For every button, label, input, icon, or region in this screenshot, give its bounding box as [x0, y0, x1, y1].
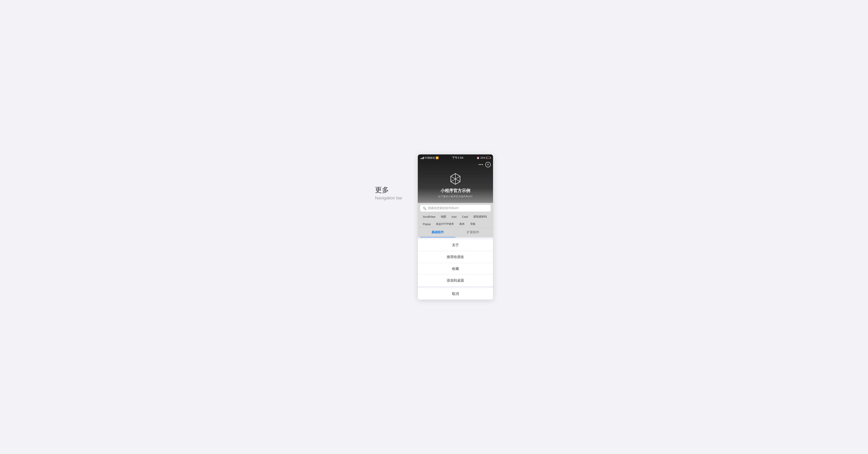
sidebar-subtitle: Navigation bar	[375, 196, 402, 201]
status-time: 下午1:04	[452, 156, 463, 160]
search-icon: 🔍	[423, 206, 427, 210]
battery-percent: 15%	[480, 157, 485, 159]
tab-extended-components[interactable]: 扩展组件	[456, 228, 491, 237]
more-button[interactable]: •••	[478, 163, 484, 167]
alarm-icon: ⏰	[477, 157, 479, 159]
sidebar-title: 更多	[375, 185, 402, 195]
phone-top: 中国移动 📶 下午1:04 ⏰ 15% •••	[418, 154, 493, 203]
nav-bar: ••• ✕	[418, 161, 493, 169]
close-button[interactable]: ✕	[485, 162, 491, 167]
menu-item-cancel[interactable]: 取消	[418, 288, 493, 300]
search-bar[interactable]: 🔍 搜索你想要的组件和API	[420, 205, 491, 211]
search-area: 🔍 搜索你想要的组件和API ScrollView 地图 Icon Card 获…	[418, 203, 493, 227]
search-placeholder: 搜索你想要的组件和API	[428, 206, 459, 210]
signal-bar-4	[424, 157, 424, 159]
tab-basic-label: 基础组件	[432, 230, 444, 234]
battery-body	[486, 157, 490, 159]
tab-basic-components[interactable]: 基础组件	[420, 228, 456, 237]
tag-canvas[interactable]: 画布	[457, 221, 467, 227]
tabs-bar: 基础组件 扩展组件	[418, 227, 493, 237]
close-icon: ✕	[487, 163, 489, 166]
menu-item-about[interactable]: 关于	[418, 239, 493, 251]
menu-item-desktop[interactable]: 添加到桌面	[418, 275, 493, 286]
tag-icon[interactable]: Icon	[449, 214, 459, 220]
tag-http[interactable]: 发起HTTP请求	[433, 221, 457, 227]
battery-icon	[486, 157, 490, 159]
signal-icon	[421, 157, 424, 159]
menu-item-favorite[interactable]: 收藏	[418, 263, 493, 275]
menu-section: 关于 推荐给朋友 收藏 添加到桌面 取消	[418, 237, 493, 300]
battery-fill	[487, 157, 487, 159]
tab-extended-label: 扩展组件	[467, 230, 479, 234]
tag-map[interactable]: 地图	[438, 214, 449, 220]
carrier-label: 中国移动	[425, 156, 435, 160]
nav-actions: ••• ✕	[478, 162, 491, 167]
app-logo-icon	[449, 173, 462, 185]
status-left: 中国移动 📶	[421, 156, 439, 160]
app-subtitle: 以下展示小程序官方组件和API	[438, 195, 472, 198]
app-header: 小程序官方示例 以下展示小程序官方组件和API	[418, 169, 493, 203]
wifi-icon: 📶	[436, 157, 439, 159]
tag-auth[interactable]: 获取授权码	[471, 214, 490, 220]
tag-card[interactable]: Card	[460, 214, 471, 220]
menu-item-recommend[interactable]: 推荐给朋友	[418, 251, 493, 263]
signal-bar-3	[423, 157, 423, 159]
tag-nav[interactable]: 导航	[467, 221, 478, 227]
signal-bar-2	[422, 158, 422, 159]
tag-popup[interactable]: Popup	[420, 221, 433, 227]
sidebar-label: 更多 Navigation bar	[375, 154, 402, 201]
signal-bar-1	[421, 158, 421, 159]
tags-row-2: Popup 发起HTTP请求 画布 导航	[420, 221, 491, 227]
tag-scrollview[interactable]: ScrollView	[420, 214, 438, 220]
phone-frame: 中国移动 📶 下午1:04 ⏰ 15% •••	[418, 154, 493, 300]
tags-row-1: ScrollView 地图 Icon Card 获取授权码	[420, 214, 491, 220]
status-bar: 中国移动 📶 下午1:04 ⏰ 15%	[418, 154, 493, 161]
app-title: 小程序官方示例	[440, 188, 470, 194]
status-right: ⏰ 15%	[477, 157, 490, 159]
page-wrapper: 更多 Navigation bar 中国移动 📶 下午1:04	[0, 147, 868, 307]
